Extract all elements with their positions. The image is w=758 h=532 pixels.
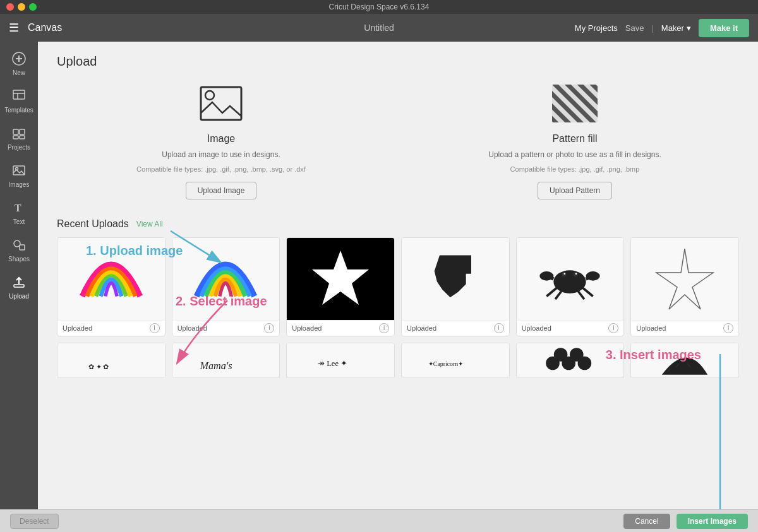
info-icon[interactable]: i: [379, 323, 389, 333]
hamburger-menu-icon[interactable]: ☰: [9, 21, 19, 35]
top-bar: ☰ Canvas Untitled My Projects Save | Mak…: [0, 14, 758, 42]
thumbnail-card[interactable]: Uploaded i: [172, 237, 280, 336]
thumbnail-label: Uploaded: [292, 324, 322, 332]
svg-rect-6: [13, 129, 18, 134]
sidebar-item-images[interactable]: Images: [0, 158, 38, 193]
svg-point-34: [564, 273, 566, 275]
thumbnail-image: [517, 238, 624, 320]
top-bar-right: My Projects Save | Maker ▾ Make it: [575, 19, 749, 37]
my-projects-button[interactable]: My Projects: [575, 23, 618, 33]
svg-point-17: [205, 91, 214, 100]
maximize-button[interactable]: [29, 3, 37, 11]
sidebar-item-projects[interactable]: Projects: [0, 121, 38, 156]
sidebar-item-upload-label: Upload: [9, 293, 29, 300]
sidebar-item-templates[interactable]: Templates: [0, 84, 38, 119]
info-icon[interactable]: i: [608, 323, 618, 333]
close-button[interactable]: [6, 3, 14, 11]
sidebar-item-projects-label: Projects: [8, 144, 30, 151]
minimize-button[interactable]: [18, 3, 25, 11]
svg-point-35: [575, 273, 577, 275]
thumbnail-grid-row2: ✿ ✦ ✿ Mama's: [57, 343, 739, 377]
thumbnail-image: [287, 238, 394, 320]
thumbnail-image: [631, 238, 738, 320]
thumbnail-card[interactable]: Uploaded i: [630, 237, 739, 336]
svg-rect-9: [20, 136, 25, 139]
image-option-desc: Upload an image to use in designs.: [162, 150, 280, 160]
content-area: Upload Image Upload an image to use in d…: [38, 42, 758, 509]
image-upload-option: Image Upload an image to use in designs.…: [57, 81, 385, 199]
thumbnail-footer: Uploaded i: [287, 320, 394, 336]
project-title[interactable]: Untitled: [364, 23, 394, 33]
recent-uploads-title: Recent Uploads: [57, 218, 129, 230]
thumbnail-card[interactable]: Uploaded i: [516, 237, 625, 336]
thumbnail-card-partial[interactable]: ✿ ✦ ✿: [57, 343, 165, 377]
title-bar: Cricut Design Space v6.6.134: [0, 0, 758, 14]
page-title: Upload: [57, 54, 739, 69]
upload-icon: [12, 275, 26, 291]
sidebar-item-shapes[interactable]: Shapes: [0, 233, 38, 268]
window-title: Cricut Design Space v6.6.134: [329, 3, 430, 11]
pattern-upload-icon: [550, 81, 600, 126]
image-option-title: Image: [207, 133, 235, 145]
thumbnail-label: Uploaded: [522, 324, 551, 332]
traffic-lights: [6, 3, 37, 11]
projects-icon: [12, 126, 26, 142]
svg-point-45: [570, 348, 584, 362]
svg-rect-8: [13, 136, 18, 139]
canvas-label: Canvas: [28, 22, 62, 33]
thumbnail-card[interactable]: Uploaded i: [401, 237, 510, 336]
upload-image-button[interactable]: Upload Image: [186, 182, 257, 199]
thumbnail-image-partial: [517, 343, 624, 377]
sidebar-item-new-label: New: [13, 69, 25, 76]
thumbnail-card[interactable]: Uploaded i: [286, 237, 395, 336]
info-icon[interactable]: i: [150, 323, 160, 333]
sidebar-item-templates-label: Templates: [4, 107, 33, 114]
svg-line-29: [556, 289, 563, 299]
info-icon[interactable]: i: [723, 323, 733, 333]
thumbnail-card-partial[interactable]: Mama's: [172, 343, 280, 377]
bottom-bar: Deselect Cancel Insert Images: [0, 509, 758, 532]
insert-images-button[interactable]: Insert Images: [677, 514, 748, 529]
thumbnail-grid: Uploaded i: [57, 237, 739, 336]
sidebar-item-upload[interactable]: Upload: [0, 270, 38, 305]
thumbnail-image: [57, 238, 165, 320]
thumbnail-card-partial[interactable]: [630, 343, 739, 377]
sidebar-item-text[interactable]: T Text: [0, 196, 38, 230]
info-icon[interactable]: i: [494, 323, 504, 333]
thumbnail-label: Uploaded: [63, 324, 92, 332]
deselect-button[interactable]: Deselect: [10, 514, 59, 529]
thumbnail-image-partial: Mama's: [172, 343, 280, 377]
cancel-button[interactable]: Cancel: [623, 514, 670, 529]
images-icon: [12, 163, 26, 179]
upload-pattern-button[interactable]: Upload Pattern: [538, 182, 612, 199]
maker-label: Maker: [661, 23, 684, 33]
make-it-button[interactable]: Make it: [699, 19, 749, 37]
upload-page: Upload Image Upload an image to use in d…: [38, 42, 758, 390]
thumbnail-image-partial: [631, 343, 738, 377]
svg-text:↠ Lee ✦: ↠ Lee ✦: [318, 359, 347, 368]
svg-point-23: [554, 270, 586, 293]
svg-text:✿ ✦ ✿: ✿ ✦ ✿: [88, 363, 109, 370]
save-button[interactable]: Save: [625, 23, 644, 33]
recent-uploads-section: Recent Uploads View All: [57, 218, 739, 377]
thumbnail-card-partial[interactable]: ↠ Lee ✦: [286, 343, 395, 377]
sidebar-item-text-label: Text: [13, 218, 25, 225]
sidebar-item-shapes-label: Shapes: [8, 256, 30, 263]
thumbnail-card-partial[interactable]: [516, 343, 625, 377]
text-icon: T: [12, 201, 26, 216]
thumbnail-card-partial[interactable]: ✦Capricorn✦: [401, 343, 510, 377]
thumbnail-footer: Uploaded i: [172, 320, 280, 336]
sidebar-item-new[interactable]: New: [0, 47, 38, 81]
sidebar-item-images-label: Images: [9, 181, 30, 188]
maker-selector[interactable]: Maker ▾: [661, 23, 691, 33]
view-all-link[interactable]: View All: [136, 220, 163, 228]
thumbnail-card[interactable]: Uploaded i: [57, 237, 165, 336]
top-bar-left: ☰ Canvas: [9, 21, 62, 35]
thumbnail-image: [402, 238, 509, 320]
svg-line-31: [583, 288, 594, 297]
svg-rect-20: [552, 85, 598, 122]
info-icon[interactable]: i: [264, 323, 274, 333]
templates-icon: [12, 89, 26, 105]
svg-rect-15: [14, 285, 24, 287]
pattern-upload-option: Pattern fill Upload a pattern or photo t…: [411, 81, 739, 199]
